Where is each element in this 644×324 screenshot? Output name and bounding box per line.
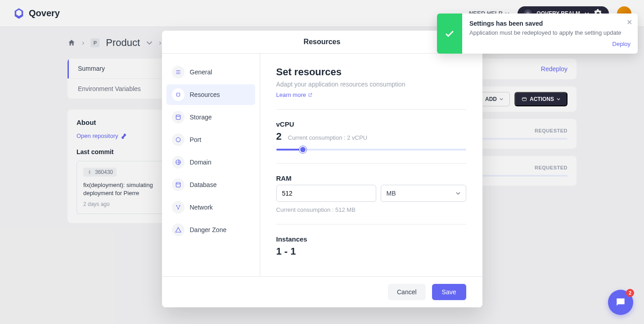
ram-unit-select[interactable]: MB (381, 185, 466, 202)
instances-label: Instances (276, 235, 466, 243)
instances-value: 1 - 1 (276, 246, 296, 257)
resources-modal: Resources General Resources Storage Port… (162, 31, 482, 307)
vcpu-hint: Current consumption : 2 vCPU (288, 134, 367, 141)
chat-button[interactable]: 2 (608, 290, 633, 315)
sidebar-item-domain[interactable]: Domain (167, 152, 255, 173)
sidebar-item-general[interactable]: General (167, 62, 255, 82)
sidebar-item-resources[interactable]: Resources (167, 84, 255, 105)
content-subheading: Adapt your application resources consump… (276, 81, 466, 88)
svg-point-5 (176, 115, 180, 117)
chevron-down-icon (456, 191, 460, 196)
storage-icon (172, 111, 185, 123)
sidebar-item-network[interactable]: Network (167, 197, 255, 218)
modal-footer: Cancel Save (162, 276, 482, 307)
ram-label: RAM (276, 174, 466, 182)
sidebar-item-database[interactable]: Database (167, 174, 255, 195)
sidebar-item-danger-zone[interactable]: Danger Zone (167, 219, 255, 240)
modal-sidebar: General Resources Storage Port Domain Da… (162, 54, 260, 276)
content-heading: Set resources (276, 66, 466, 78)
sidebar-item-storage[interactable]: Storage (167, 107, 255, 128)
database-icon (172, 178, 185, 191)
slider-thumb[interactable] (299, 146, 306, 153)
vcpu-label: vCPU (276, 120, 466, 128)
external-link-icon (308, 93, 312, 97)
ram-hint: Current consumption : 512 MB (276, 206, 466, 213)
toast-deploy-link[interactable]: Deploy (469, 41, 630, 47)
toast-message: Application must be redeployed to apply … (469, 29, 630, 37)
chat-icon (615, 297, 626, 308)
ram-input[interactable] (276, 185, 376, 202)
learn-more-link[interactable]: Learn more (276, 91, 312, 98)
save-button[interactable]: Save (432, 284, 466, 300)
modal-content: Set resources Adapt your application res… (260, 54, 482, 276)
chip-icon (172, 88, 185, 101)
svg-rect-4 (176, 93, 180, 96)
toast-title: Settings has been saved (469, 20, 630, 27)
close-icon[interactable]: ✕ (626, 18, 632, 27)
check-icon (437, 14, 462, 54)
svg-point-6 (176, 137, 180, 141)
svg-point-8 (176, 183, 180, 184)
globe-icon (172, 156, 185, 169)
vcpu-value: 2 (276, 131, 282, 142)
warning-icon (172, 224, 185, 236)
vcpu-slider[interactable] (276, 149, 466, 151)
chat-badge: 2 (626, 289, 634, 297)
sidebar-item-port[interactable]: Port (167, 129, 255, 150)
network-icon (172, 201, 185, 214)
port-icon (172, 133, 185, 146)
cancel-button[interactable]: Cancel (388, 284, 426, 300)
toast-notification: Settings has been saved Application must… (437, 14, 638, 54)
modal-title: Resources (162, 31, 482, 54)
sliders-icon (172, 66, 185, 78)
modal-body: General Resources Storage Port Domain Da… (162, 54, 482, 276)
